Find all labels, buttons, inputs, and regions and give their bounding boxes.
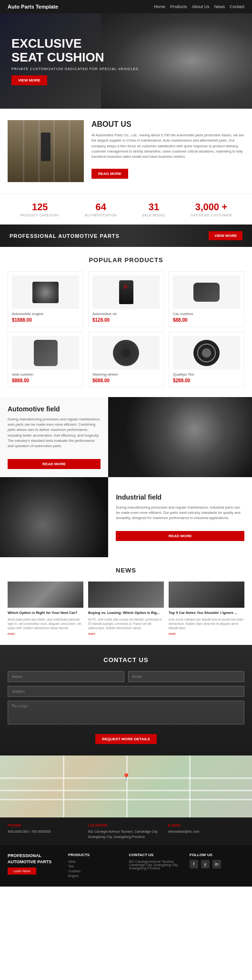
footer-product-link-3[interactable]: Engine xyxy=(68,874,123,878)
footer-product-link-0[interactable]: Gear xyxy=(68,860,123,863)
promo-text: PROFESSIONAL AUTOMOTIVE PARTS xyxy=(10,233,120,239)
product-image-3 xyxy=(12,336,79,369)
nav-products[interactable]: Products xyxy=(170,4,187,9)
footer-product-link-1[interactable]: Tire xyxy=(68,865,123,868)
promo-banner: PROFESSIONAL AUTOMOTIVE PARTS VIEW MORE xyxy=(0,225,252,247)
stats-section: 125 PRODUCT CATEGORY 64 AUTHENTICATION 3… xyxy=(0,194,252,225)
hero-content: EXCLUSIVE SEAT CUSHION PRIVATE CUSTOMIZA… xyxy=(0,27,150,94)
map-road-vertical-3 xyxy=(189,755,191,817)
industrial-field-cta[interactable]: READ MORE xyxy=(116,531,244,541)
hero-cta-button[interactable]: VIEW MORE xyxy=(11,75,47,85)
person-silhouette xyxy=(41,133,50,161)
stat-number-3: 3,000 + xyxy=(191,202,232,213)
product-name-4: Steering wheel xyxy=(92,372,160,377)
product-name-3: seat cushion xyxy=(12,372,79,377)
product-price-2: $88.00 xyxy=(173,317,240,323)
about-text: At Automotive Parts Co., Ltd., having ab… xyxy=(91,133,244,159)
automotive-field-text: During manufacturing processes and regul… xyxy=(8,417,101,449)
location-value-1: Guangdong City, Guangdong Province xyxy=(88,835,164,840)
footer-contact-title: CONTACT US xyxy=(129,853,184,857)
product-name-2: Car cushion xyxy=(173,312,240,316)
news-card-title-1: Buying vs. Leasing: Which Option is Rig.… xyxy=(88,611,164,615)
industrial-field-content: Industrial field During manufacturing pr… xyxy=(108,477,252,557)
product-card-2[interactable]: Car cushion $88.00 xyxy=(169,271,244,327)
stat-label-3: SATISFIED CUSTOMER xyxy=(191,214,232,217)
automotive-field-section: Automotive field During manufacturing pr… xyxy=(0,397,252,477)
news-card-title-2: Top 5 Car Notes You Shouldn' t Ignore ..… xyxy=(169,611,244,615)
nav-contact[interactable]: Contact xyxy=(230,4,244,9)
stat-number-0: 125 xyxy=(20,202,60,213)
product-price-3: $888.00 xyxy=(12,378,79,383)
contact-submit-wrapper: Request More Details xyxy=(8,729,244,744)
contact-message-input[interactable] xyxy=(8,701,244,725)
automotive-field-title: Automotive field xyxy=(8,405,101,413)
tire-icon xyxy=(193,340,220,366)
about-content: ABOUT US At Automotive Parts Co., Ltd., … xyxy=(91,120,244,179)
about-cta-button[interactable]: READ MORE xyxy=(91,169,128,179)
footer-social-links: f y in xyxy=(190,860,244,868)
stat-label-0: PRODUCT CATEGORY xyxy=(20,214,60,217)
product-card-5[interactable]: Qualitys Tire $288.00 xyxy=(169,332,244,388)
automotive-field-cta[interactable]: READ MORE xyxy=(8,459,101,469)
stat-number-1: 64 xyxy=(85,202,117,213)
products-title: POPULAR PRODUCTS xyxy=(8,256,244,264)
news-section: NEWS Which Option is Right for Your Next… xyxy=(0,557,252,645)
product-name-1: Automotive oil xyxy=(92,312,160,316)
footer-product-link-2[interactable]: Cushion xyxy=(68,869,123,873)
news-card-2: Top 5 Car Notes You Shouldn' t Ignore ..… xyxy=(169,582,244,635)
stat-satisfied-customer: 3,000 + SATISFIED CUSTOMER xyxy=(191,202,232,217)
product-card-0[interactable]: Automobile engine $1888.00 xyxy=(8,271,83,327)
oil-icon xyxy=(119,280,133,304)
seat-icon xyxy=(34,340,58,366)
map-pin: 📍 xyxy=(121,773,131,782)
about-section: ABOUT US At Automotive Parts Co., Ltd., … xyxy=(0,109,252,194)
contact-submit-button[interactable]: Request More Details xyxy=(95,734,157,744)
warehouse-visual xyxy=(8,120,84,182)
product-card-3[interactable]: seat cushion $888.00 xyxy=(8,332,83,388)
contact-info-bar: PHONE 400-0000-000 / 700-0000000 LOCATIO… xyxy=(0,817,252,845)
about-title: ABOUT US xyxy=(91,120,244,129)
contact-form xyxy=(8,671,244,725)
nav-about[interactable]: About Us xyxy=(192,4,209,9)
product-image-0 xyxy=(12,276,79,309)
contact-email-input[interactable] xyxy=(128,671,245,682)
news-card-text-0: Amet plata pede duis etiam, duis sollici… xyxy=(8,617,83,630)
contact-section: CONTACT US Request More Details xyxy=(0,645,252,755)
footer-products-col: PRODUCTS Gear Tire Cushion Engine xyxy=(68,853,123,879)
news-more-0[interactable]: more xyxy=(8,632,83,635)
news-more-2[interactable]: more xyxy=(169,632,244,635)
news-image-2 xyxy=(169,582,244,608)
nav-home[interactable]: Home xyxy=(154,4,165,9)
facebook-icon[interactable]: f xyxy=(190,860,198,868)
stat-sale-model: 31 SALE MODEL xyxy=(142,202,166,217)
linkedin-icon[interactable]: in xyxy=(212,860,221,868)
news-more-1[interactable]: more xyxy=(88,632,164,635)
news-card-1: Buying vs. Leasing: Which Option is Rig.… xyxy=(88,582,164,635)
footer-brand-col: PROFESSIONAL AUTOMOTIVE PARTS Learn More xyxy=(8,853,62,879)
product-image-5 xyxy=(173,336,240,369)
promo-cta-button[interactable]: VIEW MORE xyxy=(209,231,242,240)
footer-contact-col: CONTACT US 901 Carnegie Avenue Taunton, … xyxy=(129,853,184,879)
product-card-1[interactable]: Automotive oil $128.00 xyxy=(88,271,164,327)
footer-learn-more-button[interactable]: Learn More xyxy=(8,868,36,875)
product-price-4: $688.00 xyxy=(92,378,160,383)
product-image-4 xyxy=(92,336,160,369)
footer-follow-title: FOLLOW US xyxy=(190,853,244,857)
contact-phone: PHONE 400-0000-000 / 700-0000000 xyxy=(8,823,84,839)
phone-value: 400-0000-000 / 700-0000000 xyxy=(8,829,84,835)
news-title: NEWS xyxy=(8,567,244,574)
products-section: POPULAR PRODUCTS Automobile engine $1888… xyxy=(0,247,252,397)
news-card-text-1: At PC, velit mollis aliis cursus est bla… xyxy=(88,617,164,630)
contact-name-input[interactable] xyxy=(8,671,124,682)
product-card-4[interactable]: Steering wheel $688.00 xyxy=(88,332,164,388)
youtube-icon[interactable]: y xyxy=(201,860,210,868)
location-label: LOCATION xyxy=(88,823,164,827)
product-image-2 xyxy=(173,276,240,309)
news-image-0 xyxy=(8,582,83,608)
contact-subject-input[interactable] xyxy=(8,686,244,697)
about-image xyxy=(8,120,84,182)
parts-visual xyxy=(0,477,108,557)
nav-news[interactable]: News xyxy=(214,4,225,9)
engine-icon xyxy=(32,282,59,303)
steering-wheel-icon xyxy=(113,340,139,366)
